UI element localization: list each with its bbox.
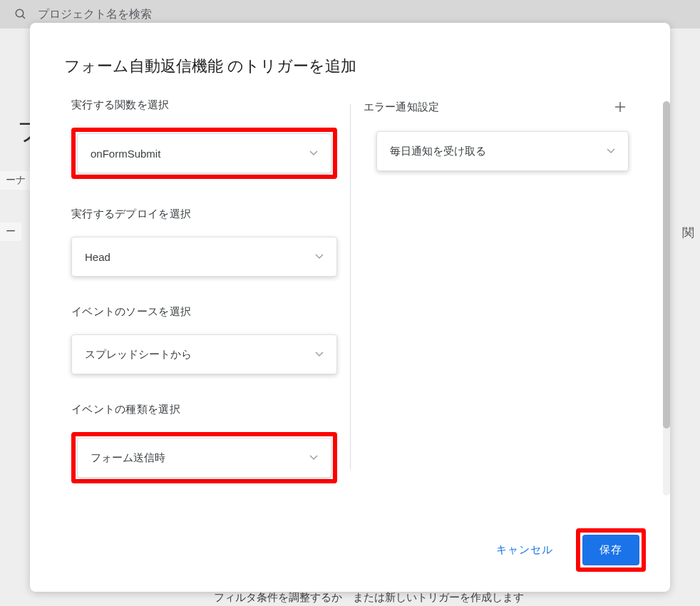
source-select[interactable]: スプレッドシートから xyxy=(71,334,337,374)
dialog-body: 実行する関数を選択 onFormSubmit 実行するデプロイを選択 Head … xyxy=(30,98,670,515)
dialog-footer: キャンセル 保存 xyxy=(30,515,670,592)
type-field: イベントの種類を選択 フォーム送信時 xyxy=(71,403,337,483)
type-value: フォーム送信時 xyxy=(91,451,165,465)
deploy-label: 実行するデプロイを選択 xyxy=(71,207,337,221)
save-button[interactable]: 保存 xyxy=(582,535,639,565)
source-label: イベントのソースを選択 xyxy=(71,305,337,319)
error-label: エラー通知設定 xyxy=(364,101,440,114)
dialog-title: フォーム自動返信機能 のトリガーを追加 xyxy=(30,23,670,98)
chevron-down-icon xyxy=(315,254,324,260)
type-label: イベントの種類を選択 xyxy=(71,403,337,416)
function-value: onFormSubmit xyxy=(91,148,160,160)
chevron-down-icon xyxy=(309,150,318,156)
error-select[interactable]: 毎日通知を受け取る xyxy=(376,131,629,171)
error-value: 毎日通知を受け取る xyxy=(390,145,486,158)
cancel-button[interactable]: キャンセル xyxy=(483,536,566,564)
scrollbar-thumb[interactable] xyxy=(663,101,670,428)
add-error-icon[interactable] xyxy=(612,98,629,115)
highlight-type: フォーム送信時 xyxy=(71,432,337,483)
deploy-field: 実行するデプロイを選択 Head xyxy=(71,207,337,277)
function-select[interactable]: onFormSubmit xyxy=(77,133,331,173)
source-value: スプレッドシートから xyxy=(85,348,192,361)
type-select[interactable]: フォーム送信時 xyxy=(77,438,331,478)
deploy-value: Head xyxy=(85,251,110,263)
source-field: イベントのソースを選択 スプレッドシートから xyxy=(71,305,337,374)
highlight-save: 保存 xyxy=(576,528,646,572)
right-column: エラー通知設定 毎日通知を受け取る xyxy=(351,98,642,515)
chevron-down-icon xyxy=(607,148,615,154)
deploy-select[interactable]: Head xyxy=(71,237,337,277)
function-field: 実行する関数を選択 onFormSubmit xyxy=(71,98,337,179)
highlight-function: onFormSubmit xyxy=(71,128,337,179)
trigger-dialog: フォーム自動返信機能 のトリガーを追加 実行する関数を選択 onFormSubm… xyxy=(30,23,670,592)
plus-icon xyxy=(613,100,627,114)
left-column: 実行する関数を選択 onFormSubmit 実行するデプロイを選択 Head … xyxy=(58,98,350,515)
chevron-down-icon xyxy=(309,455,318,461)
error-field: エラー通知設定 毎日通知を受け取る xyxy=(364,98,629,171)
error-header: エラー通知設定 xyxy=(364,98,629,115)
scrollbar[interactable] xyxy=(663,101,670,495)
function-label: 実行する関数を選択 xyxy=(71,98,337,112)
chevron-down-icon xyxy=(315,351,324,357)
